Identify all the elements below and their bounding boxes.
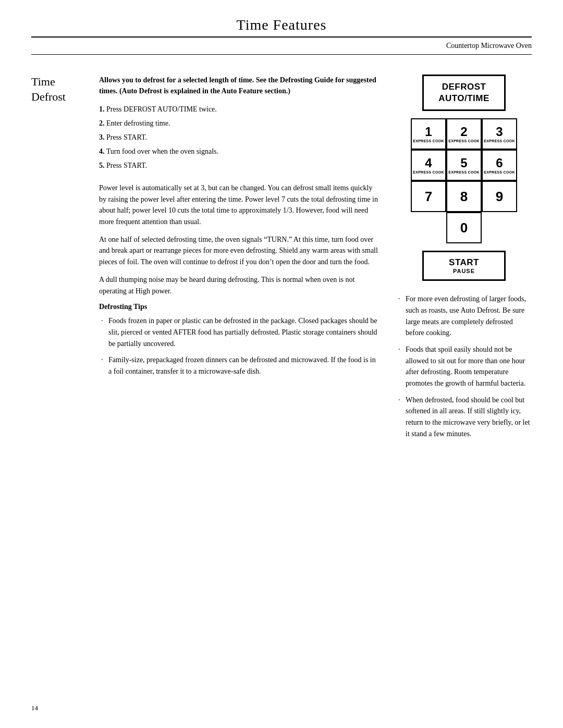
step-2: 2. Enter defrosting time.: [99, 118, 381, 129]
key-4-label: EXPRESS COOK: [413, 170, 444, 174]
zero-row: 0: [411, 212, 517, 243]
section-label: TimeDefrost: [31, 75, 99, 445]
key-6: 6 EXPRESS COOK: [482, 150, 517, 181]
section-title: TimeDefrost: [31, 75, 99, 104]
key-7: 7: [411, 181, 446, 212]
start-button-diagram: START PAUSE: [422, 251, 506, 281]
key-1-digit: 1: [425, 126, 432, 138]
key-0: 0: [446, 212, 482, 243]
left-bullet-2: Family-size, prepackaged frozen dinners …: [99, 354, 381, 377]
main-content: TimeDefrost Allows you to defrost for a …: [0, 59, 563, 465]
key-2-digit: 2: [460, 126, 467, 138]
key-9: 9: [482, 181, 517, 212]
page-header: Time Features Countertop Microwave Oven: [0, 0, 563, 59]
page: Time Features Countertop Microwave Oven …: [0, 0, 563, 728]
start-label-main: START: [431, 257, 497, 268]
start-label-sub: PAUSE: [431, 268, 497, 274]
keypad-diagram: DEFROST AUTO/TIME 1 EXPRESS COOK 2 EXPRE…: [396, 75, 532, 445]
key-1-label: EXPRESS COOK: [413, 139, 444, 143]
key-7-digit: 7: [425, 190, 432, 203]
key-6-label: EXPRESS COOK: [484, 170, 515, 174]
key-1: 1 EXPRESS COOK: [411, 118, 446, 150]
tips-title: Defrosting Tips: [99, 303, 381, 311]
key-3-label: EXPRESS COOK: [484, 139, 515, 143]
intro-text: Allows you to defrost for a selected len…: [99, 75, 381, 96]
page-number: 14: [31, 704, 38, 712]
paragraph-3: A dull thumping noise may be heard durin…: [99, 274, 381, 297]
step-1: 1. Press DEFROST AUTO/TIME twice.: [99, 104, 381, 115]
defrost-label-line1: DEFROST: [431, 81, 497, 93]
key-4-digit: 4: [425, 157, 432, 169]
key-8: 8: [446, 181, 482, 212]
key-6-digit: 6: [496, 157, 503, 169]
key-5-digit: 5: [460, 157, 467, 169]
key-2: 2 EXPRESS COOK: [446, 118, 482, 150]
key-2-label: EXPRESS COOK: [448, 139, 480, 143]
key-4: 4 EXPRESS COOK: [411, 150, 446, 181]
left-bullet-1: Foods frozen in paper or plastic can be …: [99, 315, 381, 349]
key-5-label: EXPRESS COOK: [448, 170, 480, 174]
key-8-digit: 8: [460, 190, 468, 203]
defrost-button-diagram: DEFROST AUTO/TIME: [422, 75, 506, 111]
right-bullets: For more even defrosting of larger foods…: [396, 293, 532, 445]
paragraph-2: At one half of selected defrosting time,…: [99, 234, 381, 268]
key-0-digit: 0: [460, 221, 468, 235]
step-4: 4. Turn food over when the oven signals.: [99, 146, 381, 157]
key-3-digit: 3: [496, 126, 503, 138]
page-title: Time Features: [0, 17, 563, 33]
instructions: Allows you to defrost for a selected len…: [99, 75, 396, 445]
right-bullet-1: For more even defrosting of larger foods…: [396, 293, 532, 339]
numpad-wrapper: 1 EXPRESS COOK 2 EXPRESS COOK 3 EXPRESS …: [411, 118, 517, 243]
paragraph-1: Power level is automatically set at 3, b…: [99, 182, 381, 228]
right-bullet-3: When defrosted, food should be cool but …: [396, 394, 532, 440]
key-9-digit: 9: [496, 190, 503, 203]
defrost-label-line2: AUTO/TIME: [431, 93, 497, 104]
right-bullet-2: Foods that spoil easily should not be al…: [396, 344, 532, 389]
subtitle: Countertop Microwave Oven: [0, 38, 563, 50]
key-3: 3 EXPRESS COOK: [482, 118, 517, 150]
step-5: 5. Press START.: [99, 160, 381, 171]
key-5: 5 EXPRESS COOK: [446, 150, 482, 181]
numpad-grid: 1 EXPRESS COOK 2 EXPRESS COOK 3 EXPRESS …: [411, 118, 517, 212]
subheader-rule: [31, 54, 532, 55]
step-3: 3. Press START.: [99, 132, 381, 143]
